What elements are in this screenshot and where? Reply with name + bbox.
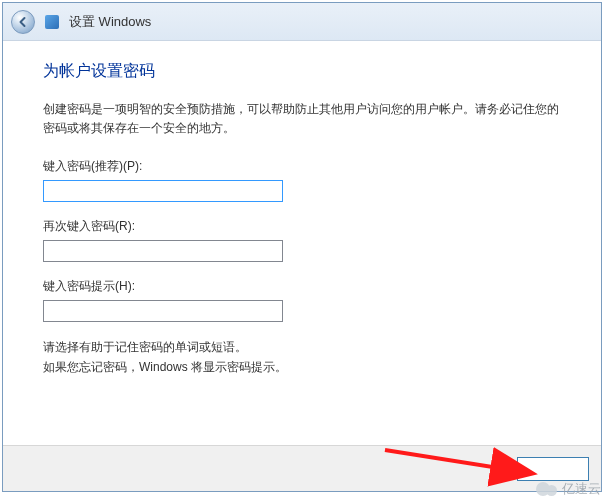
hint-label: 键入密码提示(H): [43,278,561,295]
watermark-text: 亿速云 [562,480,601,498]
app-icon [43,13,61,31]
next-button[interactable] [517,457,589,481]
password-field-group: 键入密码(推荐)(P): [43,158,561,202]
cloud-icon [536,481,558,497]
footer-bar [3,445,601,491]
page-description: 创建密码是一项明智的安全预防措施，可以帮助防止其他用户访问您的用户帐户。请务必记… [43,100,561,138]
page-heading: 为帐户设置密码 [43,61,561,82]
back-arrow-icon [17,16,29,28]
password-label: 键入密码(推荐)(P): [43,158,561,175]
password-input[interactable] [43,180,283,202]
password-hint-input[interactable] [43,300,283,322]
content-area: 为帐户设置密码 创建密码是一项明智的安全预防措施，可以帮助防止其他用户访问您的用… [3,41,601,445]
watermark: 亿速云 [536,480,601,498]
confirm-password-input[interactable] [43,240,283,262]
confirm-label: 再次键入密码(R): [43,218,561,235]
window-title: 设置 Windows [69,13,151,31]
hint-description-2: 如果您忘记密码，Windows 将显示密码提示。 [43,358,561,377]
hint-field-group: 键入密码提示(H): [43,278,561,322]
setup-window: 设置 Windows 为帐户设置密码 创建密码是一项明智的安全预防措施，可以帮助… [2,2,602,492]
hint-description-1: 请选择有助于记住密码的单词或短语。 [43,338,561,357]
confirm-field-group: 再次键入密码(R): [43,218,561,262]
titlebar: 设置 Windows [3,3,601,41]
back-button[interactable] [11,10,35,34]
